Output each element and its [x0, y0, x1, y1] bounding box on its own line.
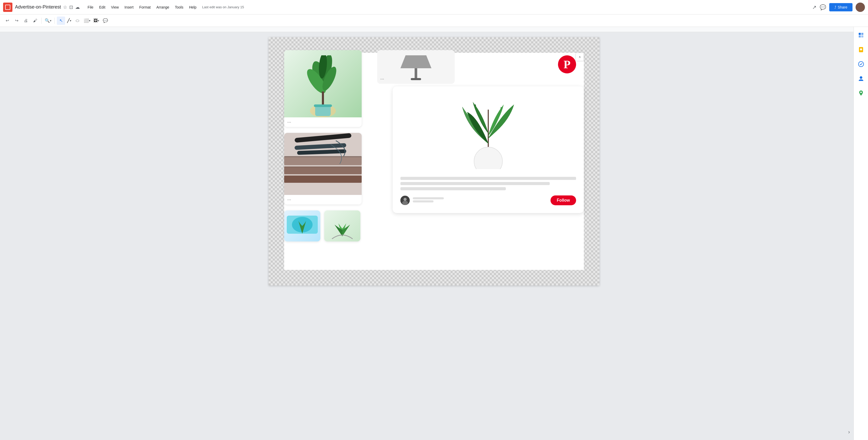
svg-rect-29: [859, 33, 861, 35]
maps-svg: [858, 90, 864, 96]
svg-rect-12: [284, 156, 362, 157]
collapse-button[interactable]: ∧: [576, 53, 584, 61]
lamp-svg: [380, 50, 452, 84]
lamp-dots[interactable]: ···: [380, 76, 384, 82]
text-line-1: [400, 177, 576, 180]
line-tool-dropdown[interactable]: ╱ ▾: [66, 17, 72, 24]
user-avatar[interactable]: [856, 3, 865, 12]
bottom-card-left: [284, 210, 320, 241]
svg-point-24: [474, 147, 502, 169]
svg-rect-30: [861, 33, 863, 35]
text-line-2: [400, 182, 550, 185]
profile-sub-line: [413, 200, 433, 202]
text-box-button[interactable]: 💬: [101, 17, 110, 25]
wood-card: ···: [284, 133, 362, 204]
expand-icon[interactable]: ›: [848, 429, 850, 435]
svg-rect-9: [294, 133, 351, 143]
menu-format[interactable]: Format: [137, 4, 153, 11]
paint-format-button[interactable]: 🖌: [31, 17, 39, 25]
svg-point-27: [404, 198, 407, 201]
sidebar-tasks-icon[interactable]: [856, 59, 866, 69]
zoom-dropdown[interactable]: 🔍 ▾: [44, 17, 53, 24]
wood-image: [284, 133, 362, 195]
sidebar-sheets-icon[interactable]: [856, 30, 866, 40]
star-icon[interactable]: ☆: [63, 4, 67, 10]
keep-svg: [858, 47, 864, 53]
menu-file[interactable]: File: [85, 4, 96, 11]
doc-title-area: Advertise-on-Pinterest ☆ ⊡ ☁: [15, 4, 80, 10]
folder-icon[interactable]: ⊡: [69, 4, 73, 10]
cursor-button[interactable]: ↖: [57, 17, 65, 25]
svg-rect-21: [414, 68, 417, 79]
svg-rect-16: [297, 149, 346, 155]
profile-avatar-svg: [400, 196, 410, 205]
svg-point-36: [860, 76, 862, 79]
wood-card-dots[interactable]: ···: [284, 195, 362, 204]
profile-name-line: [413, 197, 444, 199]
contacts-svg: [858, 76, 864, 82]
bottom-card-right-small: [324, 210, 361, 241]
zoom-arrow-icon: ▾: [50, 19, 52, 23]
comment-icon[interactable]: 💬: [820, 4, 826, 10]
right-sidebar: [854, 27, 868, 440]
sidebar-contacts-icon[interactable]: [856, 74, 866, 84]
svg-rect-8: [314, 105, 332, 107]
shape-dropdown[interactable]: ⬜ ▾: [83, 17, 91, 24]
menu-help[interactable]: Help: [187, 4, 199, 11]
zoom-icon: 🔍: [45, 18, 50, 23]
print-button[interactable]: 🖨: [22, 17, 30, 25]
bottom-left-image: [284, 210, 320, 241]
app-icon: [3, 3, 12, 12]
lamp-area: ···: [377, 50, 455, 84]
detail-plant-svg: [452, 97, 524, 169]
bottom-right-small-svg: [324, 210, 361, 241]
wood-svg: [284, 133, 362, 195]
svg-point-28: [402, 201, 408, 205]
undo-button[interactable]: ↩: [3, 17, 11, 25]
plant-image: [284, 50, 362, 117]
sheets-svg: [858, 32, 864, 38]
share-button[interactable]: ⤴ Share: [829, 3, 852, 11]
sidebar-keep-icon[interactable]: [856, 45, 866, 55]
slide-canvas[interactable]: ···: [269, 37, 599, 285]
text-line-3: [400, 187, 506, 190]
separator-2: [55, 18, 55, 24]
right-column: ··· P: [377, 50, 584, 275]
doc-title: Advertise-on-Pinterest: [15, 4, 61, 10]
avatar-image: [856, 3, 865, 12]
svg-rect-13: [284, 167, 362, 174]
menu-view[interactable]: View: [108, 4, 121, 11]
share-icon: ⤴: [834, 5, 836, 9]
profile-row: Follow: [400, 196, 576, 205]
svg-rect-5: [322, 91, 324, 105]
svg-rect-31: [859, 35, 861, 37]
rect-arrow-icon: ▾: [89, 19, 90, 23]
toolbar: ↩ ↪ 🖨 🖌 🔍 ▾ ↖ ╱ ▾ ⬭ ⬜ ▾ 🖼 ▾ 💬: [0, 14, 868, 27]
trending-icon[interactable]: ↗: [812, 4, 816, 10]
follow-button[interactable]: Follow: [551, 196, 576, 205]
cloud-icon[interactable]: ☁: [75, 4, 80, 10]
profile-lines: [413, 197, 551, 203]
line-icon: ╱: [67, 18, 70, 23]
sidebar-maps-icon[interactable]: [856, 88, 866, 98]
plant-card-dots[interactable]: ···: [284, 117, 362, 127]
menu-insert[interactable]: Insert: [122, 4, 136, 11]
redo-button[interactable]: ↪: [12, 17, 21, 25]
shape-button[interactable]: ⬭: [73, 17, 82, 25]
pinterest-circle: P: [558, 55, 576, 74]
rect-icon: ⬜: [84, 18, 89, 23]
svg-rect-10: [294, 143, 346, 150]
menu-tools[interactable]: Tools: [172, 4, 186, 11]
image-dropdown[interactable]: 🖼 ▾: [92, 17, 100, 24]
app-icon-inner: [5, 5, 10, 10]
svg-marker-20: [400, 55, 431, 68]
menu-arrange[interactable]: Arrange: [154, 4, 172, 11]
detail-card: Follow: [393, 86, 584, 213]
collapse-icon: ∧: [579, 55, 581, 59]
menu-edit[interactable]: Edit: [97, 4, 108, 11]
toolbar-right: ↗ 💬 ⤴ Share: [812, 3, 865, 12]
detail-plant-image: [400, 94, 576, 172]
svg-rect-22: [411, 78, 421, 80]
bottom-right-small-image: [324, 210, 361, 241]
plant-card: ···: [284, 50, 362, 127]
